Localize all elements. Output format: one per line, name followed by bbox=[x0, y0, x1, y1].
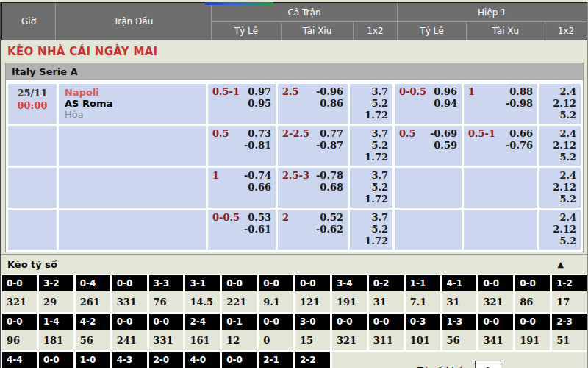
odds-price[interactable]: 5.2 bbox=[365, 98, 388, 110]
score-odds-cell[interactable]: 2-07.7 bbox=[149, 352, 184, 368]
odds-price[interactable]: -0.87 bbox=[316, 140, 343, 152]
odds-prices: 0.88-0.98 bbox=[506, 86, 533, 121]
score-odds-cell[interactable]: 0-0331 bbox=[149, 314, 184, 350]
score-odds-cell[interactable]: 1-356 bbox=[442, 314, 477, 350]
odds-price[interactable]: 5.2 bbox=[365, 224, 388, 236]
score-odds-cell[interactable]: 0-0191 bbox=[515, 314, 550, 350]
score-odds-cell[interactable]: 3-4191 bbox=[332, 275, 367, 312]
match-teams-cell[interactable]: NapoliAS RomaHòa bbox=[59, 84, 206, 124]
score-odds-cell[interactable]: 3-015 bbox=[295, 314, 330, 350]
score-label: 0-0 bbox=[222, 352, 257, 368]
score-odds-cell[interactable]: 0-112 bbox=[222, 314, 257, 350]
odds-price[interactable]: -0.78 bbox=[316, 170, 343, 182]
score-odds-cell[interactable]: 2-18.2 bbox=[259, 352, 293, 368]
odds-price[interactable]: 3.7 bbox=[365, 86, 388, 98]
score-odds-cell[interactable]: 0-0321 bbox=[478, 275, 513, 312]
odds-price[interactable]: 0.95 bbox=[248, 98, 271, 110]
odds-price[interactable]: 0.68 bbox=[316, 182, 343, 194]
score-odds-cell[interactable]: 0-3101 bbox=[406, 314, 440, 350]
score-odds-cell[interactable]: 2-217.5 bbox=[295, 352, 330, 368]
score-odds-cell[interactable]: 0-4261 bbox=[76, 275, 110, 312]
score-odds-cell[interactable]: 0-231 bbox=[369, 275, 404, 312]
score-odds-cell[interactable]: 4-3121 bbox=[112, 352, 147, 368]
odds-price[interactable]: 2.12 bbox=[553, 98, 576, 110]
odds-price[interactable]: 0.53 bbox=[244, 212, 271, 224]
odds-price[interactable]: 5.2 bbox=[365, 182, 388, 194]
score-odds-cell[interactable]: 0-0311 bbox=[369, 314, 404, 350]
odds-price[interactable]: -0.76 bbox=[506, 140, 533, 152]
other-score-input[interactable] bbox=[475, 361, 501, 368]
odds-price[interactable]: 2.4 bbox=[553, 86, 576, 98]
score-odds-cell[interactable]: 4-4251 bbox=[2, 352, 37, 368]
odds-price[interactable]: 2.12 bbox=[553, 182, 576, 194]
collapse-arrow-icon[interactable]: ▲ bbox=[556, 260, 580, 270]
odds-price[interactable]: 3.7 bbox=[365, 128, 388, 140]
score-odds-cell[interactable]: 0-0121 bbox=[295, 275, 330, 312]
odds-price[interactable]: 2.4 bbox=[553, 170, 576, 182]
odds-price[interactable]: 0.77 bbox=[316, 128, 343, 140]
odds-price[interactable]: 0.97 bbox=[248, 86, 271, 98]
score-odds-cell[interactable]: 3-376 bbox=[149, 275, 184, 312]
odds-price[interactable]: 5.2 bbox=[553, 236, 576, 247]
odds-price[interactable]: -0.61 bbox=[244, 224, 271, 236]
odds-price[interactable]: -0.69 bbox=[430, 128, 457, 140]
odds-price[interactable]: 1.72 bbox=[365, 194, 388, 205]
score-odds-cell[interactable]: 0-00 bbox=[259, 314, 293, 350]
odds-price[interactable]: -0.98 bbox=[506, 98, 533, 110]
odds-price[interactable]: -0.62 bbox=[316, 224, 343, 236]
home-team-name[interactable]: Napoli bbox=[65, 87, 200, 98]
odds-price[interactable]: 1.72 bbox=[365, 236, 388, 247]
match-time-cell bbox=[8, 126, 57, 166]
score-odds-cell[interactable]: 0-0321 bbox=[332, 314, 367, 350]
odds-price[interactable]: 5.2 bbox=[553, 152, 576, 163]
score-odds-cell[interactable]: 0-09.1 bbox=[259, 275, 293, 312]
odds-price[interactable]: 1.72 bbox=[365, 152, 388, 163]
score-odds-cell[interactable]: 4-036 bbox=[185, 352, 220, 368]
score-odds-cell[interactable]: 2-4161 bbox=[185, 314, 220, 350]
score-odds-cell[interactable]: 0-086 bbox=[515, 275, 550, 312]
odds-price[interactable]: 2.4 bbox=[553, 212, 576, 224]
score-odds-cell[interactable]: 0-0341 bbox=[478, 314, 513, 350]
odds-price[interactable]: 0.52 bbox=[316, 212, 343, 224]
score-odds-cell[interactable]: 1-05.9 bbox=[76, 352, 110, 368]
odds-price[interactable]: -0.81 bbox=[244, 140, 271, 152]
odds-price[interactable]: 3.7 bbox=[365, 170, 388, 182]
score-odds-cell[interactable]: 0-0221 bbox=[222, 275, 257, 312]
odds-price[interactable]: 0.88 bbox=[506, 86, 533, 98]
score-odds-cell[interactable]: 0-0331 bbox=[112, 275, 147, 312]
odds-price[interactable]: 0.66 bbox=[506, 128, 533, 140]
odds-price[interactable]: 2.12 bbox=[553, 140, 576, 152]
odds-price[interactable]: 3.7 bbox=[365, 212, 388, 224]
odds-price[interactable]: 0.73 bbox=[244, 128, 271, 140]
match-time-cell bbox=[8, 168, 57, 208]
score-odds-cell[interactable]: 1-17.1 bbox=[406, 275, 440, 312]
odds-price[interactable]: -0.74 bbox=[244, 170, 271, 182]
score-odds-cell[interactable]: 0-096 bbox=[2, 314, 37, 350]
odds-price[interactable]: 2.4 bbox=[553, 128, 576, 140]
odds-price[interactable]: -0.96 bbox=[316, 86, 343, 98]
odds-price[interactable]: 0.59 bbox=[430, 140, 457, 152]
score-odds-cell[interactable]: 4-131 bbox=[442, 275, 477, 312]
odds-price[interactable]: 0.96 bbox=[434, 86, 457, 98]
score-odds-cell[interactable]: 3-229 bbox=[39, 275, 74, 312]
odds-price[interactable]: 5.2 bbox=[553, 110, 576, 121]
odds-price[interactable]: 0.94 bbox=[434, 98, 457, 110]
away-team-name[interactable]: AS Roma bbox=[65, 98, 200, 109]
score-odds-cell[interactable]: 1-217 bbox=[552, 275, 587, 312]
score-odds-cell[interactable]: 0-0211 bbox=[39, 352, 74, 368]
score-odds-cell[interactable]: 4-256 bbox=[76, 314, 110, 350]
score-odds-cell[interactable]: 2-351 bbox=[552, 314, 587, 350]
odds-price[interactable]: 5.2 bbox=[553, 194, 576, 205]
score-label: 2-1 bbox=[259, 352, 293, 368]
score-odds-cell[interactable]: 1-4181 bbox=[39, 314, 74, 350]
score-odds-cell[interactable]: 0-0321 bbox=[2, 275, 37, 312]
odds-price[interactable]: 0.66 bbox=[244, 182, 271, 194]
score-odds-cell[interactable]: 3-114.5 bbox=[185, 275, 220, 312]
odds-price[interactable]: 2.12 bbox=[553, 224, 576, 236]
score-odds-cell[interactable]: 0-0241 bbox=[112, 314, 147, 350]
odds-price[interactable]: 0.86 bbox=[316, 98, 343, 110]
score-odds-cell[interactable]: 0-00 bbox=[222, 352, 257, 368]
column-header-full-time: Cả Trận bbox=[211, 3, 397, 21]
odds-price[interactable]: 1.72 bbox=[365, 110, 388, 121]
odds-price[interactable]: 5.2 bbox=[365, 140, 388, 152]
